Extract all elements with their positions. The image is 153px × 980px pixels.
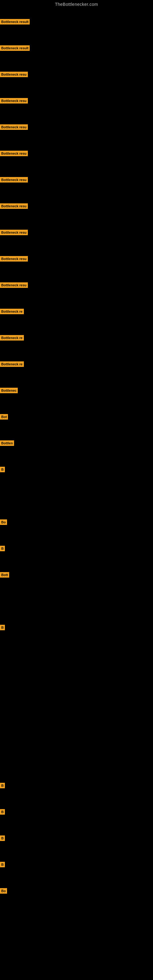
bar-label-8: Bottleneck resu	[0, 204, 28, 209]
bar-label-12: Bottleneck re	[0, 309, 24, 314]
bottleneck-bar-10: Bottleneck resu	[0, 256, 28, 261]
bottleneck-bar-24: B	[0, 809, 5, 815]
bottleneck-bar-8: Bottleneck resu	[0, 204, 28, 209]
bar-label-3: Bottleneck resu	[0, 72, 28, 77]
bar-label-11: Bottleneck resu	[0, 282, 28, 288]
bottleneck-bar-11: Bottleneck resu	[0, 282, 28, 288]
bar-label-23: B	[0, 783, 5, 788]
bottleneck-bar-2: Bottleneck result	[0, 45, 30, 51]
site-title: TheBottlenecker.com	[0, 0, 153, 8]
bar-label-15: Bottlenec	[0, 388, 18, 393]
bar-label-4: Bottleneck resu	[0, 98, 28, 103]
bottleneck-bar-15: Bottlenec	[0, 388, 18, 393]
bar-label-17: Bottlen	[0, 441, 14, 446]
bottleneck-bar-27: Bo	[0, 888, 7, 894]
bottleneck-bar-25: B	[0, 835, 5, 841]
bottleneck-bar-26: B	[0, 862, 5, 867]
bar-label-7: Bottleneck resu	[0, 177, 28, 183]
bottleneck-bar-19: Bo	[0, 519, 7, 525]
bar-label-25: B	[0, 835, 5, 841]
bottleneck-bar-17: Bottlen	[0, 441, 14, 446]
bottleneck-bar-9: Bottleneck resu	[0, 230, 28, 235]
bar-label-13: Bottleneck re	[0, 335, 24, 340]
bar-label-10: Bottleneck resu	[0, 256, 28, 261]
bar-label-20: B	[0, 546, 5, 551]
bar-label-5: Bottleneck resu	[0, 124, 28, 130]
bar-label-19: Bo	[0, 519, 7, 525]
bottleneck-bar-13: Bottleneck re	[0, 335, 24, 340]
bottleneck-bar-18: B	[0, 467, 5, 472]
bottleneck-bar-3: Bottleneck resu	[0, 72, 28, 77]
bar-label-6: Bottleneck resu	[0, 151, 28, 156]
bottleneck-bar-16: Bot	[0, 414, 8, 420]
bottleneck-bar-4: Bottleneck resu	[0, 98, 28, 103]
bottleneck-bar-21: Bott	[0, 572, 9, 578]
bar-label-1: Bottleneck result	[0, 19, 30, 24]
bottleneck-bar-20: B	[0, 546, 5, 551]
bar-label-9: Bottleneck resu	[0, 230, 28, 235]
bar-label-27: Bo	[0, 888, 7, 894]
bar-label-18: B	[0, 467, 5, 472]
bottleneck-bar-6: Bottleneck resu	[0, 151, 28, 156]
bottleneck-bar-5: Bottleneck resu	[0, 124, 28, 130]
bar-label-16: Bot	[0, 414, 8, 420]
bottleneck-bar-14: Bottleneck re	[0, 361, 24, 367]
bottleneck-bar-22: B	[0, 625, 5, 630]
bar-label-22: B	[0, 625, 5, 630]
bottleneck-bar-7: Bottleneck resu	[0, 177, 28, 183]
bar-label-21: Bott	[0, 572, 9, 578]
bottleneck-bar-1: Bottleneck result	[0, 19, 30, 24]
bar-label-14: Bottleneck re	[0, 361, 24, 367]
bottleneck-bar-12: Bottleneck re	[0, 309, 24, 314]
bottleneck-bar-23: B	[0, 783, 5, 788]
bar-label-24: B	[0, 809, 5, 815]
bar-label-26: B	[0, 862, 5, 867]
bar-label-2: Bottleneck result	[0, 45, 30, 51]
